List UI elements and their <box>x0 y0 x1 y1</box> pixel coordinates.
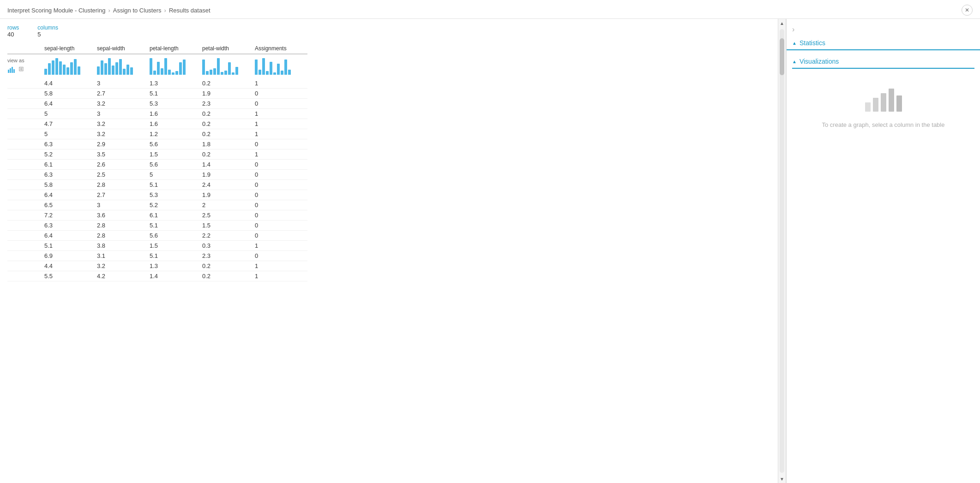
cell-4: 0 <box>255 210 307 221</box>
col-header-assignments[interactable]: Assignments <box>255 43 307 54</box>
breadcrumb: Interpret Scoring Module - Clustering › … <box>7 7 210 14</box>
col-header-petal-length[interactable]: petal-length <box>150 43 202 54</box>
table-body: 4.431.30.215.82.75.11.906.43.25.32.30531… <box>7 78 307 281</box>
table-row[interactable]: 6.43.25.32.30 <box>7 99 307 109</box>
row-index <box>7 129 44 139</box>
cell-3: 0.2 <box>202 109 255 119</box>
table-row[interactable]: 5.82.75.11.90 <box>7 89 307 99</box>
viz-triangle: ▲ <box>792 59 797 64</box>
histogram-view-icon[interactable] <box>7 65 16 75</box>
viz-hint-text: To create a graph, select a column in th… <box>822 121 945 129</box>
cell-1: 3.5 <box>97 149 150 160</box>
histogram-assignments[interactable] <box>255 54 307 78</box>
table-row[interactable]: 5.82.85.12.40 <box>7 180 307 190</box>
header-bar: Interpret Scoring Module - Clustering › … <box>0 0 980 19</box>
col-header-sepal-width[interactable]: sepal-width <box>97 43 150 54</box>
cell-2: 5.6 <box>150 160 202 170</box>
table-row[interactable]: 6.32.551.90 <box>7 170 307 180</box>
table-row[interactable]: 6.93.15.12.30 <box>7 251 307 261</box>
table-row[interactable]: 6.32.85.11.50 <box>7 221 307 231</box>
svg-rect-4 <box>865 102 871 112</box>
table-row[interactable]: 6.42.85.62.20 <box>7 231 307 241</box>
row-index <box>7 160 44 170</box>
close-button[interactable]: ✕ <box>962 5 973 16</box>
table-row[interactable]: 4.73.21.60.21 <box>7 119 307 129</box>
breadcrumb-part1: Interpret Scoring Module - Clustering <box>7 7 105 14</box>
cell-0: 6.9 <box>44 251 97 261</box>
table-scroll[interactable]: sepal-length sepal-width petal-length pe… <box>7 43 778 483</box>
cell-3: 0.3 <box>202 241 255 251</box>
cell-4: 1 <box>255 78 307 89</box>
cell-2: 5.6 <box>150 139 202 149</box>
cell-1: 2.8 <box>97 221 150 231</box>
scroll-down-arrow[interactable]: ▼ <box>778 475 786 483</box>
cell-0: 6.4 <box>44 231 97 241</box>
cell-1: 2.7 <box>97 190 150 200</box>
histogram-sepal-width[interactable] <box>97 54 150 78</box>
cell-3: 1.5 <box>202 221 255 231</box>
cell-4: 1 <box>255 149 307 160</box>
scroll-track[interactable] <box>780 29 784 473</box>
table-row[interactable]: 5.54.21.40.21 <box>7 271 307 281</box>
view-as-cell: view as <box>7 54 44 78</box>
cell-4: 1 <box>255 241 307 251</box>
table-row[interactable]: 6.12.65.61.40 <box>7 160 307 170</box>
center-scrollbar[interactable]: ▲ ▼ <box>778 19 786 483</box>
histogram-petal-width[interactable] <box>202 54 255 78</box>
table-row[interactable]: 6.535.220 <box>7 200 307 210</box>
col-header-petal-width[interactable]: petal-width <box>202 43 255 54</box>
histogram-sepal-length[interactable] <box>44 54 97 78</box>
row-index <box>7 271 44 281</box>
cell-1: 3.1 <box>97 251 150 261</box>
svg-rect-1 <box>10 68 11 73</box>
scroll-up-arrow[interactable]: ▲ <box>778 19 786 27</box>
right-panel: › ▲ Statistics ▲ Visualizations <box>786 19 980 483</box>
cell-4: 0 <box>255 99 307 109</box>
cell-3: 1.9 <box>202 170 255 180</box>
histogram-petal-length[interactable] <box>150 54 202 78</box>
grid-view-icon[interactable]: ⊞ <box>18 65 24 75</box>
cell-4: 1 <box>255 109 307 119</box>
cell-2: 1.6 <box>150 109 202 119</box>
cell-0: 5 <box>44 109 97 119</box>
row-index <box>7 180 44 190</box>
table-row[interactable]: 6.32.95.61.80 <box>7 139 307 149</box>
cell-2: 5.1 <box>150 251 202 261</box>
table-row[interactable]: 53.21.20.21 <box>7 129 307 139</box>
table-row[interactable]: 4.43.21.30.21 <box>7 261 307 271</box>
columns-value: 5 <box>37 31 58 38</box>
table-container: sepal-length sepal-width petal-length pe… <box>7 43 778 483</box>
cell-2: 1.3 <box>150 78 202 89</box>
svg-rect-6 <box>881 93 886 112</box>
cell-1: 3.2 <box>97 119 150 129</box>
statistics-section-header[interactable]: ▲ Statistics <box>787 36 980 50</box>
svg-rect-5 <box>873 98 878 112</box>
table-row[interactable]: 531.60.21 <box>7 109 307 119</box>
viz-placeholder: To create a graph, select a column in th… <box>792 72 974 138</box>
cell-2: 5.1 <box>150 221 202 231</box>
table-row[interactable]: 7.23.66.12.50 <box>7 210 307 221</box>
table-row[interactable]: 5.23.51.50.21 <box>7 149 307 160</box>
scroll-thumb[interactable] <box>780 38 784 75</box>
cell-2: 5.3 <box>150 99 202 109</box>
cell-4: 0 <box>255 160 307 170</box>
rows-value: 40 <box>7 31 19 38</box>
cell-0: 7.2 <box>44 210 97 221</box>
viz-section-header[interactable]: ▲ Visualizations <box>792 55 974 69</box>
cell-2: 5.1 <box>150 89 202 99</box>
cell-0: 5.8 <box>44 89 97 99</box>
col-header-sepal-length[interactable]: sepal-length <box>44 43 97 54</box>
cell-4: 1 <box>255 119 307 129</box>
table-row[interactable]: 5.13.81.50.31 <box>7 241 307 251</box>
cell-2: 5.3 <box>150 190 202 200</box>
table-row[interactable]: 6.42.75.31.90 <box>7 190 307 200</box>
cell-1: 3 <box>97 109 150 119</box>
breadcrumb-part2[interactable]: Assign to Clusters <box>113 7 162 14</box>
panel-collapse-toggle[interactable]: › <box>787 23 980 36</box>
cell-3: 1.4 <box>202 160 255 170</box>
breadcrumb-sep1: › <box>108 7 110 14</box>
cell-0: 5.2 <box>44 149 97 160</box>
table-row[interactable]: 4.431.30.21 <box>7 78 307 89</box>
cell-1: 3.6 <box>97 210 150 221</box>
cell-0: 6.4 <box>44 190 97 200</box>
